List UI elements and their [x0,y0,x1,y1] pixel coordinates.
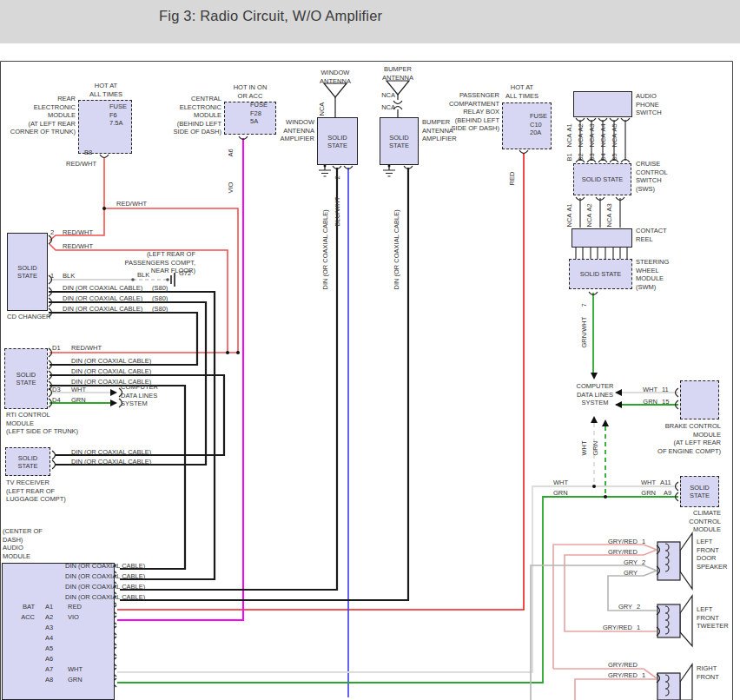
label-rti-wht: WHT [71,386,86,394]
data-line-arrows [110,373,622,426]
label-aps-mid-4: NCA [611,134,619,148]
label-sws-nca-1: NCA [585,214,594,228]
label-rti-d3: D3 [52,386,61,394]
label-ccm-a11: A11 [660,479,671,487]
label-am-a4: A4 [45,634,53,643]
label-g72: G72 [179,269,191,278]
label-sp1-p2: 2 [642,558,645,567]
label-prb-wire: RED [508,172,517,186]
label-sws-nca-0: NCA [565,214,574,228]
label-ccm-grn-r: GRN [628,489,656,498]
label-swm-wire: GRN/WHT [580,317,589,348]
label-s80-3: (S80) [152,305,168,314]
ccm-box-label: SOLID STATE [690,484,710,499]
label-wa-title: WINDOW ANTENNA [307,69,363,85]
label-rf-w2: GRY/RED [594,671,638,680]
label-cr-label: CONTACT REEL [636,227,667,243]
label-sp1-w3: GRY [594,558,638,567]
label-wa-desc: WINDOW ANTENNA AMPLIFIER [261,118,314,143]
rti-control-module-box: SOLID STATE [4,348,48,409]
label-am-din3: DIN (OR COAXIAL CABLE) [65,583,145,591]
cd-box-label: SOLID STATE [17,264,37,280]
label-ba-nca2: NCA [371,103,395,112]
bumper-antenna-amplifier-box: SOLID STATE [380,117,419,165]
label-am-a6: A6 [45,655,53,664]
label-rem-hot: HOT AT ALL TIMES [73,82,139,98]
label-aps-bot-2: B3 [588,153,597,161]
label-rf-desc: RIGHT FRONT [697,664,719,681]
label-wa-din: DIN (OR COAXIAL CABLE) [321,209,330,289]
label-ba-title: BUMPER ANTENNA [370,65,426,82]
audio-phone-switch-box [573,91,632,117]
label-sws-pins-1: A2 [585,203,594,211]
label-am-din2: DIN (OR COAXIAL CABLE) [65,572,145,581]
window-antenna-amplifier-box: SOLID STATE [317,117,358,165]
label-am-desc: (CENTER OF DASH) AUDIO MODULE [3,527,43,560]
label-cd-din1: DIN (OR COAXIAL CABLE) [63,284,142,293]
label-rti-redwht: RED/WHT [71,344,102,353]
label-wa-pin2: 2 [334,175,342,179]
wire-grn [50,293,678,683]
label-rti-din1: DIN (OR COAXIAL CABLE) [71,357,151,366]
label-s80-1: (S80) [152,284,168,293]
label-aps-label: AUDIO PHONE SWITCH [636,92,662,117]
label-tv-din1: DIN (OR COAXIAL CABLE) [71,448,151,457]
label-aps-top-4: A5 [611,123,619,131]
contact-reel-box [572,228,632,248]
label-am-din1: DIN (OR COAXIAL CABLE) [65,562,145,571]
label-rem-desc: REAR ELECTRONIC MODULE (AT LEFT REAR COR… [0,95,76,136]
label-cd-label: CD CHANGER [7,313,50,321]
label-dash-wht: WHT [580,440,589,455]
label-cem-hot: HOT IN ON OR ACC [217,83,283,100]
label-rti-din2: DIN (OR COAXIAL CABLE) [71,367,151,376]
label-aps-bot-4: B5 [611,153,619,161]
label-cem-wire: VIO [227,182,235,194]
label-tw-w1: GRY [589,603,632,611]
label-am-a8: A8 [45,676,53,684]
label-aps-bot-3: B4 [599,153,608,161]
bumper-amp-box-label: SOLID STATE [389,134,409,149]
label-rem-fuse: FUSE F6 7.5A [109,102,127,128]
label-ba-din: DIN (OR COAXIAL CABLE) [393,209,401,289]
ground-symbols [171,165,395,287]
tv-receiver-box: SOLID STATE [5,447,50,476]
label-am-acc: ACC [12,613,35,622]
label-bcm-15: 15 [662,398,669,406]
label-am-din4: DIN (OR COAXIAL CABLE) [65,593,145,602]
label-am-a7: A7 [45,665,53,674]
label-aps-bot-1: B2 [577,153,585,161]
label-ba-nca1: NCA [371,91,395,100]
label-aps-mid-2: NCA [588,134,597,148]
cd-changer-box: SOLID STATE [7,233,48,311]
label-tw-desc: LEFT FRONT TWEETER [697,605,729,631]
label-am-bat: BAT [12,603,35,611]
label-dash-grn: GRN [591,441,600,456]
label-redwht-branch: RED/WHT [116,200,147,208]
label-rem-pin: B8 [84,149,92,157]
label-rti-grn: GRN [71,396,86,405]
label-swm-pin: 7 [580,303,589,307]
label-cd-redwht1: RED/WHT [63,228,93,237]
label-tw-p1: 1 [637,624,640,632]
label-swm-desc: STEERING WHEEL MODULE (SWM) [636,258,669,291]
label-tv-din2: DIN (OR COAXIAL CABLE) [71,458,151,466]
label-bcm-grn: GRN [631,398,657,406]
label-cd-blk1: BLK [63,272,75,281]
label-rf-p1: 1 [642,671,645,680]
label-aps-top-3: A4 [599,123,608,131]
label-ccm-wht-l: WHT [553,479,568,487]
label-sws-pins-2: A3 [605,203,614,211]
label-bcm-11: 11 [662,386,669,394]
label-am-a2: A2 [45,613,53,622]
steering-wheel-module-box: SOLID STATE [569,259,632,289]
climate-control-module-box: SOLID STATE [680,476,719,507]
label-cd-din2: DIN (OR COAXIAL CABLE) [63,294,142,303]
label-wa-bluwht: BLU/WHT [334,197,342,227]
label-ccm-a9: A9 [664,489,671,498]
label-am-a5: A5 [45,644,53,653]
label-sws-desc: CRUISE CONTROL SWITCH (SWS) [636,160,668,193]
label-aps-mid-3: NCA [599,134,608,148]
label-rf-w1: GRY/RED [594,661,638,670]
label-rem-wire: RED/WHT [66,160,96,168]
label-rti-d4: D4 [52,396,61,405]
